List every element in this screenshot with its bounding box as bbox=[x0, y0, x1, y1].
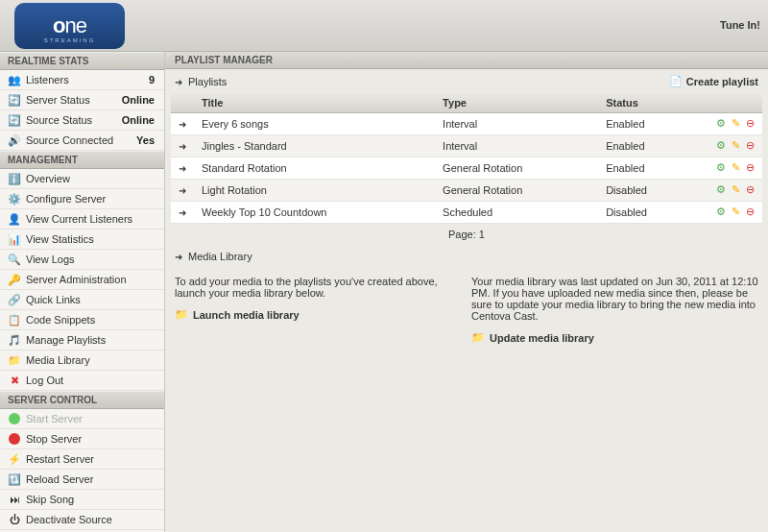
pager: Page: 1 bbox=[165, 224, 768, 245]
sidebar-item-view-listeners[interactable]: 👤View Current Listeners bbox=[0, 209, 164, 230]
cell-type: General Rotation bbox=[435, 157, 598, 180]
media-library-title: Media Library bbox=[165, 245, 768, 268]
row-actions: ⚙✎⊖ bbox=[695, 113, 762, 135]
tune-in-link[interactable]: Tune In! bbox=[720, 19, 760, 31]
reload-icon: 🔃 bbox=[8, 472, 21, 486]
create-playlist-link[interactable]: 📄 Create playlist bbox=[669, 75, 758, 87]
sidebar-item-overview[interactable]: ℹ️Overview bbox=[0, 169, 164, 189]
toggle-icon[interactable]: ⚙ bbox=[712, 206, 726, 219]
table-row[interactable]: Standard RotationGeneral RotationEnabled… bbox=[171, 157, 762, 180]
folder-icon bbox=[471, 331, 485, 344]
listeners-icon: 👥 bbox=[8, 73, 21, 86]
sidebar-item-media-library[interactable]: 📁Media Library bbox=[0, 351, 164, 371]
sidebar-item-restart-server[interactable]: ⚡Restart Server bbox=[0, 449, 164, 470]
cell-status: Enabled bbox=[598, 135, 695, 157]
app-header: one STREAMING Tune In! bbox=[0, 0, 768, 52]
sidebar-item-configure-server[interactable]: ⚙️Configure Server bbox=[0, 189, 164, 209]
launch-media-library-link[interactable]: Launch media library bbox=[175, 308, 462, 321]
main-content: PLAYLIST MANAGER Playlists 📄 Create play… bbox=[165, 52, 768, 532]
cell-type: General Rotation bbox=[435, 180, 598, 202]
chart-icon: 📊 bbox=[8, 232, 21, 246]
update-media-library-link[interactable]: Update media library bbox=[471, 331, 758, 344]
delete-icon[interactable]: ⊖ bbox=[741, 183, 755, 197]
sidebar-item-reload-server[interactable]: 🔃Reload Server bbox=[0, 470, 164, 490]
cell-title: Weekly Top 10 Countdown bbox=[194, 202, 435, 224]
cell-type: Interval bbox=[435, 113, 598, 135]
management-header: MANAGEMENT bbox=[0, 151, 164, 169]
source-connected-icon: 🔊 bbox=[8, 133, 21, 147]
sidebar-item-log-out[interactable]: ✖Log Out bbox=[0, 371, 164, 391]
cell-type: Interval bbox=[435, 135, 598, 157]
delete-icon[interactable]: ⊖ bbox=[741, 206, 755, 219]
folder-icon: 📁 bbox=[8, 353, 21, 367]
table-row[interactable]: Jingles - StandardIntervalEnabled⚙✎⊖ bbox=[171, 135, 762, 157]
delete-icon[interactable]: ⊖ bbox=[741, 139, 755, 153]
sidebar-item-code-snippets[interactable]: 📋Code Snippets bbox=[0, 310, 164, 330]
folder-icon bbox=[175, 308, 188, 321]
edit-icon[interactable]: ✎ bbox=[727, 117, 740, 131]
table-row[interactable]: Every 6 songsIntervalEnabled⚙✎⊖ bbox=[171, 113, 762, 135]
col-title[interactable]: Title bbox=[194, 93, 435, 113]
search-icon: 🔍 bbox=[8, 253, 21, 266]
cell-type: Scheduled bbox=[435, 202, 598, 224]
server-control-header: SERVER CONTROL bbox=[0, 391, 164, 409]
toggle-icon[interactable]: ⚙ bbox=[712, 183, 726, 197]
arrow-icon bbox=[175, 251, 182, 262]
sidebar-item-skip-song[interactable]: ⏭Skip Song bbox=[0, 490, 164, 510]
sidebar-item-stop-server[interactable]: Stop Server bbox=[0, 429, 164, 449]
sidebar-item-view-logs[interactable]: 🔍View Logs bbox=[0, 250, 164, 270]
realtime-stats-header: REALTIME STATS bbox=[0, 52, 164, 70]
management-list: ℹ️Overview ⚙️Configure Server 👤View Curr… bbox=[0, 169, 164, 391]
playlists-table: Title Type Status Every 6 songsIntervalE… bbox=[171, 93, 762, 224]
cell-title: Standard Rotation bbox=[194, 157, 435, 180]
sidebar-item-deactivate-source[interactable]: ⏻Deactivate Source bbox=[0, 510, 164, 530]
sidebar-item-start-server[interactable]: Start Server bbox=[0, 409, 164, 429]
keys-icon: 🔑 bbox=[8, 273, 21, 286]
row-icon bbox=[171, 135, 194, 157]
server-control-list: Start Server Stop Server ⚡Restart Server… bbox=[0, 409, 164, 530]
brand-logo: one STREAMING bbox=[14, 3, 125, 49]
edit-icon[interactable]: ✎ bbox=[727, 161, 740, 175]
row-icon bbox=[171, 180, 194, 202]
play-icon bbox=[8, 412, 21, 425]
delete-icon[interactable]: ⊖ bbox=[741, 161, 755, 175]
logo-text: one bbox=[53, 13, 86, 38]
info-icon: ℹ️ bbox=[8, 172, 21, 185]
edit-icon[interactable]: ✎ bbox=[727, 139, 740, 153]
col-type[interactable]: Type bbox=[435, 93, 598, 113]
sidebar-item-view-statistics[interactable]: 📊View Statistics bbox=[0, 230, 164, 250]
media-left-col: To add your media to the playlists you'v… bbox=[175, 276, 462, 344]
cell-status: Enabled bbox=[598, 157, 695, 180]
sidebar-item-manage-playlists[interactable]: 🎵Manage Playlists bbox=[0, 330, 164, 351]
sidebar-item-listeners[interactable]: 👥Listeners9 bbox=[0, 70, 164, 90]
delete-icon[interactable]: ⊖ bbox=[741, 117, 755, 131]
sidebar: REALTIME STATS 👥Listeners9 🔄Server Statu… bbox=[0, 52, 165, 532]
row-actions: ⚙✎⊖ bbox=[695, 157, 762, 180]
sidebar-item-source-status[interactable]: 🔄Source StatusOnline bbox=[0, 110, 164, 131]
page-title: PLAYLIST MANAGER bbox=[165, 52, 768, 69]
close-icon: ✖ bbox=[8, 374, 21, 387]
link-icon: 🔗 bbox=[8, 293, 21, 306]
sidebar-item-source-connected[interactable]: 🔊Source ConnectedYes bbox=[0, 131, 164, 151]
col-status[interactable]: Status bbox=[598, 93, 695, 113]
realtime-stats-list: 👥Listeners9 🔄Server StatusOnline 🔄Source… bbox=[0, 70, 164, 151]
gear-icon: ⚙️ bbox=[8, 192, 21, 206]
toggle-icon[interactable]: ⚙ bbox=[712, 139, 726, 153]
row-actions: ⚙✎⊖ bbox=[695, 180, 762, 202]
playlist-icon: 🎵 bbox=[8, 333, 21, 347]
toggle-icon[interactable]: ⚙ bbox=[712, 117, 726, 131]
edit-icon[interactable]: ✎ bbox=[727, 206, 740, 219]
row-icon bbox=[171, 157, 194, 180]
sidebar-item-server-admin[interactable]: 🔑Server Administration bbox=[0, 270, 164, 290]
table-row[interactable]: Weekly Top 10 CountdownScheduledDisabled… bbox=[171, 202, 762, 224]
cell-status: Disabled bbox=[598, 180, 695, 202]
toggle-icon[interactable]: ⚙ bbox=[712, 161, 726, 175]
row-icon bbox=[171, 113, 194, 135]
playlists-panel-title: Playlists 📄 Create playlist bbox=[165, 69, 768, 93]
media-right-col: Your media library was last updated on J… bbox=[471, 276, 758, 344]
cell-title: Jingles - Standard bbox=[194, 135, 435, 157]
edit-icon[interactable]: ✎ bbox=[727, 183, 740, 197]
sidebar-item-server-status[interactable]: 🔄Server StatusOnline bbox=[0, 90, 164, 110]
sidebar-item-quick-links[interactable]: 🔗Quick Links bbox=[0, 290, 164, 310]
table-row[interactable]: Light RotationGeneral RotationDisabled⚙✎… bbox=[171, 180, 762, 202]
